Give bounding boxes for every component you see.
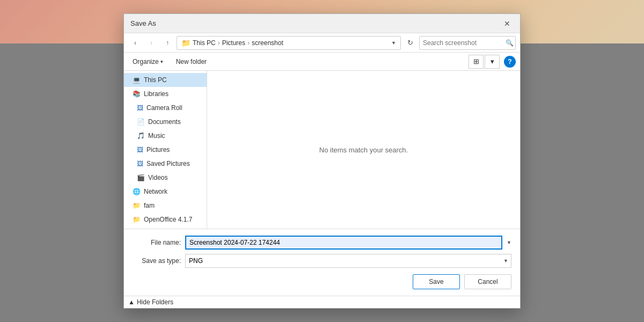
save-dialog-button[interactable]: Save [413, 274, 460, 289]
help-button[interactable]: ? [504, 56, 516, 68]
openoffice-icon: 📁 [133, 216, 141, 223]
breadcrumb-pictures: Pictures [222, 39, 245, 47]
filetype-label: Save as type: [133, 257, 181, 265]
sidebar-item-documents[interactable]: 📄 Documents [124, 115, 207, 129]
filename-label: File name: [133, 239, 181, 246]
videos-icon: 🎬 [137, 174, 145, 181]
network-label: Network [144, 188, 167, 195]
sidebar-item-camera-roll[interactable]: 🖼 Camera Roll [124, 101, 207, 115]
filename-dropdown-icon: ▼ [507, 240, 511, 245]
this-pc-icon: 💻 [133, 76, 141, 84]
sidebar-item-network[interactable]: 🌐 Network [124, 185, 207, 199]
breadcrumb-screenshot: screenshot [252, 39, 283, 47]
search-icon: 🔍 [506, 39, 514, 47]
new-folder-button[interactable]: New folder [172, 56, 211, 67]
pictures-label: Pictures [147, 146, 170, 153]
libraries-label: Libraries [144, 90, 169, 98]
saved-pictures-icon: 🖼 [137, 160, 143, 167]
organize-button[interactable]: Organize ▾ [128, 56, 167, 67]
music-label: Music [148, 132, 165, 140]
breadcrumb-this-pc: This PC [193, 39, 216, 47]
hide-folders-row[interactable]: ▲ Hide Folders [124, 296, 520, 308]
hide-folders-label: Hide Folders [137, 298, 173, 306]
dialog-titlebar: Save As ✕ [124, 14, 520, 33]
view-toggle-button[interactable]: ⊞ [469, 55, 484, 69]
breadcrumb-folder-icon: 📁 [181, 39, 191, 47]
filename-input[interactable] [185, 236, 502, 250]
sidebar-item-this-pc[interactable]: 💻 This PC [124, 73, 207, 87]
search-input[interactable] [423, 39, 503, 47]
openoffice-label: OpenOffice 4.1.7 [144, 216, 193, 223]
dialog-bottom: File name: ▼ Save as type: PNG JPEG GIF … [124, 229, 520, 296]
fam-label: fam [144, 202, 155, 209]
up-button[interactable]: ↑ [160, 36, 174, 50]
sidebar-item-music[interactable]: 🎵 Music [124, 129, 207, 143]
sidebar-item-videos[interactable]: 🎬 Videos [124, 171, 207, 185]
libraries-icon: 📚 [133, 90, 141, 98]
dialog-content: 💻 This PC 📚 Libraries 🖼 Camera Roll 📄 Do… [124, 71, 520, 229]
dialog-title: Save As [130, 19, 156, 27]
camera-roll-icon: 🖼 [137, 104, 143, 112]
sidebar-item-pictures[interactable]: 🖼 Pictures [124, 143, 207, 157]
refresh-button[interactable]: ↻ [403, 36, 417, 50]
fam-icon: 📁 [133, 202, 141, 209]
sidebar-item-libraries[interactable]: 📚 Libraries [124, 87, 207, 101]
filetype-select-wrapper: PNG JPEG GIF BMP [185, 254, 511, 268]
organize-label: Organize [133, 58, 159, 65]
search-box: 🔍 [419, 36, 516, 50]
saved-pictures-label: Saved Pictures [147, 160, 190, 167]
save-as-dialog: Save As ✕ ‹ › ↑ 📁 This PC › Pictures › s… [123, 13, 521, 309]
pictures-icon: 🖼 [137, 146, 143, 153]
documents-label: Documents [148, 118, 181, 126]
sidebar-item-openoffice[interactable]: 📁 OpenOffice 4.1.7 [124, 213, 207, 226]
view-dropdown-button[interactable]: ▾ [485, 55, 500, 69]
dialog-overlay: Save As ✕ ‹ › ↑ 📁 This PC › Pictures › s… [0, 0, 644, 322]
dialog-toolbar: Organize ▾ New folder ⊞ ▾ ? [124, 53, 520, 71]
forward-button[interactable]: › [144, 36, 158, 50]
dialog-actions: Save Cancel [133, 272, 511, 289]
app-window: ✂ Snip & Sketch — □ ✕ 📷 New ▾ ↩ ↪ ✍ ▼ ▽ … [0, 0, 644, 322]
breadcrumb-dropdown-icon: ▼ [391, 40, 396, 46]
organize-dropdown-icon: ▾ [160, 59, 163, 64]
sidebar: 💻 This PC 📚 Libraries 🖼 Camera Roll 📄 Do… [124, 71, 207, 229]
dialog-close-button[interactable]: ✕ [501, 17, 514, 30]
hide-folders-icon: ▲ [128, 298, 135, 306]
empty-message: No items match your search. [319, 146, 408, 154]
music-icon: 🎵 [137, 132, 145, 140]
network-icon: 🌐 [133, 188, 141, 195]
filetype-select[interactable]: PNG JPEG GIF BMP [185, 254, 511, 268]
breadcrumb-sep-1: › [218, 39, 220, 47]
documents-icon: 📄 [137, 118, 145, 126]
file-area: No items match your search. [207, 71, 520, 229]
this-pc-label: This PC [144, 76, 167, 84]
breadcrumb-sep-2: › [247, 39, 250, 47]
view-buttons: ⊞ ▾ [469, 55, 500, 69]
camera-roll-label: Camera Roll [147, 104, 182, 112]
filename-row: File name: ▼ [133, 236, 511, 250]
back-button[interactable]: ‹ [128, 36, 142, 50]
sidebar-item-fam[interactable]: 📁 fam [124, 199, 207, 213]
nav-bar: ‹ › ↑ 📁 This PC › Pictures › screenshot … [124, 33, 520, 53]
videos-label: Videos [148, 174, 167, 181]
filetype-row: Save as type: PNG JPEG GIF BMP [133, 254, 511, 268]
sidebar-item-saved-pictures[interactable]: 🖼 Saved Pictures [124, 157, 207, 171]
cancel-dialog-button[interactable]: Cancel [464, 274, 511, 289]
breadcrumb-bar[interactable]: 📁 This PC › Pictures › screenshot ▼ [177, 36, 401, 50]
